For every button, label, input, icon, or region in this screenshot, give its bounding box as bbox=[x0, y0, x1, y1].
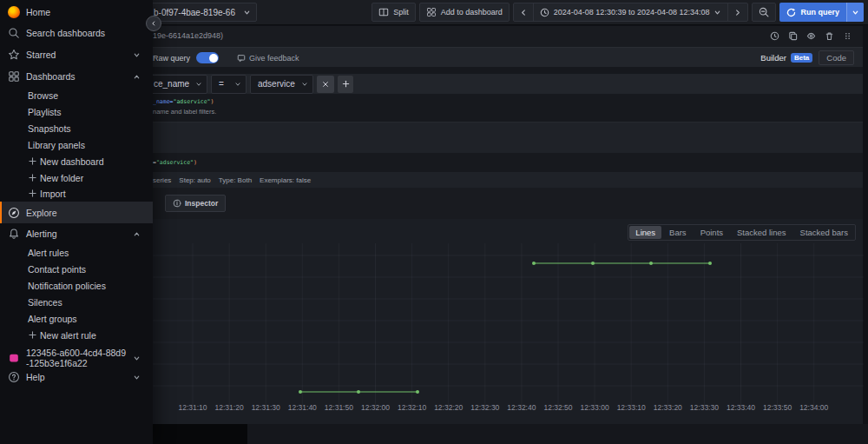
copy-query-icon[interactable] bbox=[788, 31, 798, 41]
raw-query-label: Raw query bbox=[153, 54, 190, 63]
sidebar-item-search-dashboards[interactable]: Search dashboards bbox=[0, 23, 153, 43]
graph-style-radio-group: Lines Bars Points Stacked lines Stacked … bbox=[628, 224, 856, 241]
time-series-plot bbox=[153, 243, 864, 406]
bell-icon bbox=[7, 228, 20, 241]
org-avatar bbox=[7, 352, 20, 365]
options-exemplars: Exemplars: false bbox=[260, 176, 311, 184]
sidebar-item-dashboards[interactable]: Dashboards bbox=[0, 66, 153, 87]
remove-query-trash-icon[interactable] bbox=[825, 31, 834, 41]
sidebar-item-explore[interactable]: Explore bbox=[0, 202, 153, 223]
sidebar-item-help[interactable]: Help bbox=[0, 367, 153, 388]
x-axis-tick-label: 12:31:20 bbox=[211, 403, 247, 412]
toolbar-actions: Split Add to dashboard 2024-04-08 12:30:… bbox=[372, 3, 864, 22]
legend-series-label[interactable]: er_id="2e68ad1e74404cb6030e626a258e893ba… bbox=[153, 421, 844, 422]
sidebar-item-new-alert-rule[interactable]: New alert rule bbox=[0, 327, 153, 343]
raw-query-code-line: _name="adservice") bbox=[153, 98, 214, 105]
raw-query-code-line-2: ="adservice") bbox=[153, 159, 197, 166]
sidebar-item-import[interactable]: Import bbox=[0, 185, 153, 202]
run-query-button[interactable]: Run query bbox=[779, 3, 864, 22]
comment-icon bbox=[237, 54, 246, 63]
x-axis-tick-label: 12:33:50 bbox=[760, 403, 796, 412]
zoom-out-button[interactable] bbox=[752, 3, 776, 22]
sidebar-item-new-folder[interactable]: New folder bbox=[0, 169, 153, 186]
plus-icon bbox=[29, 189, 36, 197]
x-axis-tick-label: 12:32:30 bbox=[467, 403, 503, 412]
raw-query-toggle[interactable] bbox=[196, 52, 219, 63]
chevron-down-icon bbox=[133, 355, 141, 362]
sidebar-item-notification-policies[interactable]: Notification policies bbox=[0, 277, 153, 294]
x-axis-tick-label: 12:33:10 bbox=[613, 403, 649, 412]
run-query-dropdown[interactable] bbox=[846, 3, 864, 22]
time-picker: 2024-04-08 12:30:39 to 2024-04-08 12:34:… bbox=[513, 3, 749, 22]
time-range-button[interactable]: 2024-04-08 12:30:39 to 2024-04-08 12:34:… bbox=[533, 3, 729, 22]
drag-handle-icon[interactable] bbox=[843, 31, 852, 41]
x-axis-tick-label: 12:31:40 bbox=[284, 403, 320, 412]
builder-mode-button[interactable]: Builder Beta bbox=[760, 53, 812, 63]
chevron-down-icon bbox=[133, 51, 141, 59]
split-button[interactable]: Split bbox=[372, 3, 416, 22]
plus-icon bbox=[29, 331, 36, 339]
time-range-text: 2024-04-08 12:30:39 to 2024-04-08 12:34:… bbox=[554, 8, 710, 17]
graph-style-stacked-bars[interactable]: Stacked bars bbox=[794, 226, 854, 239]
chevron-down-icon bbox=[243, 9, 251, 17]
time-shift-back-button[interactable] bbox=[513, 3, 534, 22]
sidebar-item-new-dashboard[interactable]: New dashboard bbox=[0, 153, 153, 169]
sidebar-item-snapshots[interactable]: Snapshots bbox=[0, 120, 153, 136]
chevron-left-icon bbox=[520, 9, 527, 17]
chevron-down-icon bbox=[195, 81, 202, 88]
options-type: Type: Both bbox=[219, 176, 252, 184]
sidebar-item-starred[interactable]: Starred bbox=[0, 44, 153, 65]
query-history-clock-icon[interactable] bbox=[770, 31, 779, 41]
add-filter-button[interactable] bbox=[338, 76, 353, 93]
sidebar-item-silences[interactable]: Silences bbox=[0, 294, 153, 310]
sidebar-item-browse[interactable]: Browse bbox=[0, 87, 153, 103]
plus-icon bbox=[342, 80, 350, 88]
plot-area[interactable] bbox=[153, 243, 864, 406]
x-axis-tick-label: 12:33:20 bbox=[649, 403, 686, 412]
remove-filter-button[interactable] bbox=[317, 76, 334, 93]
grafana-logo-icon bbox=[7, 6, 20, 19]
x-axis: 12:31:1012:31:2012:31:3012:31:4012:31:50… bbox=[153, 403, 864, 414]
x-axis-tick-label: 12:32:00 bbox=[358, 403, 394, 412]
chevron-up-icon bbox=[133, 230, 141, 238]
compass-icon bbox=[7, 206, 20, 219]
give-feedback-button[interactable]: Give feedback bbox=[237, 54, 299, 63]
nav-menu: Home Search dashboards Starred Dashboard… bbox=[0, 0, 153, 444]
graph-style-points[interactable]: Points bbox=[694, 226, 729, 239]
query-datasource-id: 19e-6614a1e2d948) bbox=[153, 31, 223, 40]
sidebar-item-home[interactable]: Home bbox=[0, 2, 153, 23]
chevron-up-icon bbox=[133, 73, 141, 81]
sidebar-item-alert-rules[interactable]: Alert rules bbox=[0, 244, 153, 261]
editor-mode-toggle: Builder Beta Code bbox=[760, 50, 854, 65]
time-shift-forward-button[interactable] bbox=[727, 3, 748, 22]
label-value-select[interactable]: adservice bbox=[250, 75, 313, 94]
x-axis-tick-label: 12:33:00 bbox=[576, 403, 613, 412]
inspector-button[interactable]: Inspector bbox=[165, 195, 226, 212]
options-series-label: series bbox=[153, 176, 171, 184]
label-operator-select[interactable]: = bbox=[211, 75, 247, 94]
add-to-dashboard-button[interactable]: Add to dashboard bbox=[419, 3, 510, 22]
graph-style-lines[interactable]: Lines bbox=[629, 226, 661, 239]
hide-query-eye-icon[interactable] bbox=[806, 31, 816, 41]
sidebar-item-playlists[interactable]: Playlists bbox=[0, 103, 153, 120]
x-axis-tick-label: 12:32:20 bbox=[431, 403, 467, 412]
code-mode-button[interactable]: Code bbox=[819, 50, 854, 65]
grafana-explore-screen: b-0f97-4bae-819e-66 Split Add to dashboa… bbox=[0, 0, 868, 444]
options-step: Step: auto bbox=[179, 176, 210, 184]
beta-badge: Beta bbox=[791, 53, 812, 63]
clock-icon bbox=[540, 8, 549, 17]
graph-style-stacked-lines[interactable]: Stacked lines bbox=[731, 226, 792, 239]
close-icon bbox=[322, 81, 329, 88]
sidebar-item-alerting[interactable]: Alerting bbox=[0, 223, 153, 244]
sidebar-item-library-panels[interactable]: Library panels bbox=[0, 136, 153, 153]
plus-icon bbox=[29, 157, 36, 165]
datasource-name: b-0f97-4bae-819e-66 bbox=[154, 8, 235, 17]
sidebar-item-contact-points[interactable]: Contact points bbox=[0, 261, 153, 277]
zoom-out-icon bbox=[759, 7, 769, 17]
collapse-menu-button[interactable] bbox=[146, 16, 161, 31]
sidebar-item-alert-groups[interactable]: Alert groups bbox=[0, 310, 153, 327]
datasource-picker[interactable]: b-0f97-4bae-819e-66 bbox=[146, 3, 257, 22]
x-axis-tick-label: 12:31:30 bbox=[247, 403, 284, 412]
graph-style-bars[interactable]: Bars bbox=[663, 226, 693, 239]
plus-icon bbox=[29, 174, 36, 182]
